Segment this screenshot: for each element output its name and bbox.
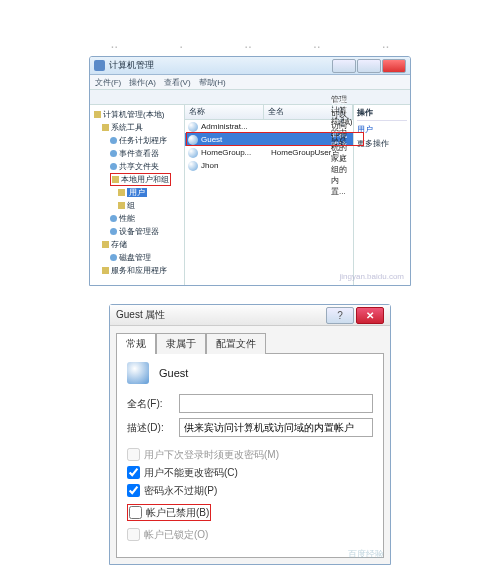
app-icon	[94, 60, 105, 71]
tool-icon	[110, 137, 117, 144]
tool-icon	[110, 228, 117, 235]
menu-file[interactable]: 文件(F)	[95, 77, 121, 88]
username-label: Guest	[159, 367, 188, 379]
menu-action[interactable]: 操作(A)	[129, 77, 156, 88]
checkbox[interactable]	[127, 484, 140, 497]
actions-pane[interactable]: 操作 用户 更多操作	[354, 105, 410, 285]
actions-item[interactable]: 用户	[357, 124, 407, 135]
user-row[interactable]: Administrat...管理计算机(域)的内置帐户	[185, 120, 353, 133]
guest-properties-dialog: Guest 属性 ? ✕ 常规 隶属于 配置文件 Guest 全名(F): 描述…	[109, 304, 391, 565]
tab-profile[interactable]: 配置文件	[206, 333, 266, 354]
actions-more[interactable]: 更多操作	[357, 138, 407, 149]
watermark: jingyan.baidu.com	[340, 272, 404, 281]
fullname-label: 全名(F):	[127, 397, 179, 411]
folder-icon	[102, 124, 109, 131]
watermark: 百度经验	[348, 548, 384, 561]
chk-cantchange[interactable]: 用户不能更改密码(C)	[127, 465, 373, 480]
column-headers[interactable]: 名称 全名 描述	[185, 105, 353, 120]
user-row[interactable]: HomeGroup...HomeGroupUser$可以访问计算机的家庭组的内置…	[185, 146, 353, 159]
user-icon	[188, 161, 198, 171]
checkbox	[127, 528, 140, 541]
maximize-button[interactable]	[357, 59, 381, 73]
chk-noexpire[interactable]: 密码永不过期(P)	[127, 483, 373, 498]
tool-icon	[110, 150, 117, 157]
menubar[interactable]: 文件(F) 操作(A) 查看(V) 帮助(H)	[90, 75, 410, 90]
chk-disabled[interactable]: 帐户已禁用(B)	[127, 504, 211, 521]
actions-title: 操作	[357, 107, 407, 121]
menu-help[interactable]: 帮助(H)	[199, 77, 226, 88]
tab-content: Guest 全名(F): 描述(D): 用户下次登录时须更改密码(M) 用户不能…	[116, 353, 384, 558]
window-title: 计算机管理	[109, 59, 154, 72]
close-button[interactable]	[382, 59, 406, 73]
tool-icon	[110, 254, 117, 261]
user-icon	[188, 122, 198, 132]
titlebar[interactable]: 计算机管理	[90, 57, 410, 75]
toolbar[interactable]	[90, 90, 410, 105]
tool-icon	[110, 163, 117, 170]
help-button[interactable]: ?	[326, 307, 354, 324]
tree-pane[interactable]: 计算机管理(本地) 系统工具 任务计划程序 事件查看器 共享文件夹 本地用户和组…	[90, 105, 185, 285]
fullname-input[interactable]	[179, 394, 373, 413]
col-fullname[interactable]: 全名	[264, 105, 333, 119]
description-label: 描述(D):	[127, 421, 179, 435]
col-name[interactable]: 名称	[185, 105, 264, 119]
description-input[interactable]	[179, 418, 373, 437]
checkbox[interactable]	[129, 506, 142, 519]
tree-users-groups[interactable]: 本地用户和组	[110, 173, 171, 186]
user-row[interactable]: Jhon	[185, 159, 353, 172]
computer-management-window: 计算机管理 文件(F) 操作(A) 查看(V) 帮助(H) 计算机管理(本地) …	[89, 56, 411, 286]
close-button[interactable]: ✕	[356, 307, 384, 324]
list-pane[interactable]: 名称 全名 描述 Administrat...管理计算机(域)的内置帐户 Gue…	[185, 105, 354, 285]
minimize-button[interactable]	[332, 59, 356, 73]
tool-icon	[110, 215, 117, 222]
folder-icon	[102, 241, 109, 248]
dialog-title: Guest 属性	[116, 308, 165, 322]
folder-icon	[118, 202, 125, 209]
folder-icon	[118, 189, 125, 196]
user-icon	[188, 135, 198, 145]
user-row-guest[interactable]: Guest供来宾访问计算机或访问域的内...	[185, 133, 353, 146]
chk-mustchange: 用户下次登录时须更改密码(M)	[127, 447, 373, 462]
chk-locked: 帐户已锁定(O)	[127, 527, 373, 542]
tabs: 常规 隶属于 配置文件	[110, 326, 390, 353]
user-icon	[188, 148, 198, 158]
folder-icon	[112, 176, 119, 183]
folder-icon	[102, 267, 109, 274]
dialog-titlebar[interactable]: Guest 属性 ? ✕	[110, 305, 390, 326]
user-large-icon	[127, 362, 149, 384]
site-badge: 8844.com	[358, 282, 408, 286]
checkbox	[127, 448, 140, 461]
checkbox[interactable]	[127, 466, 140, 479]
tab-general[interactable]: 常规	[116, 333, 156, 354]
folder-icon	[94, 111, 101, 118]
tab-memberof[interactable]: 隶属于	[156, 333, 206, 354]
menu-view[interactable]: 查看(V)	[164, 77, 191, 88]
